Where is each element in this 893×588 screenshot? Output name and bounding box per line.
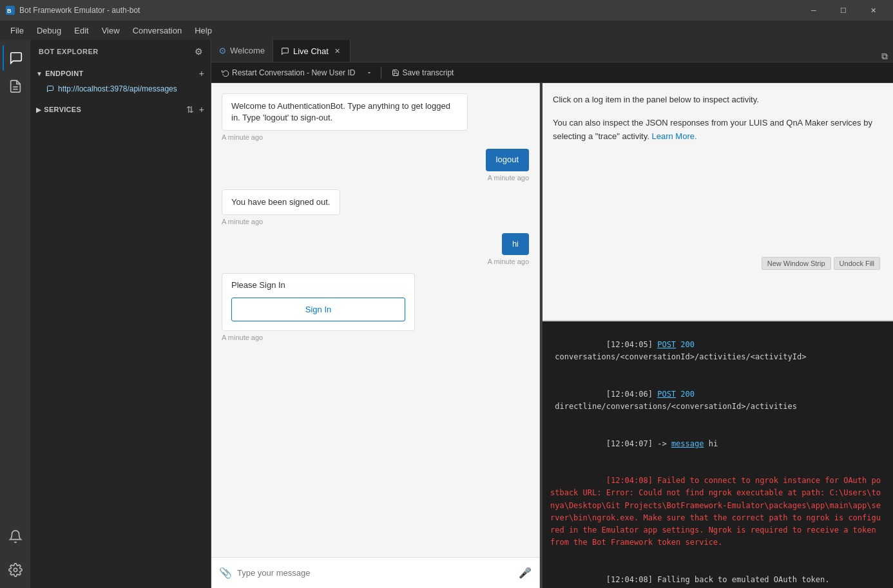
restart-icon — [222, 69, 229, 77]
window-controls: ─ ☐ ✕ — [799, 0, 888, 21]
log-error-text: Failed to connect to ngrok instance for … — [550, 476, 881, 547]
log-line-1: [12:04:05] POST 200 conversations/<conve… — [550, 327, 885, 376]
chat-icon — [46, 85, 54, 93]
explorer-panel: BOT EXPLORER ⚙ ▼ ENDPOINT + http://local… — [31, 40, 211, 588]
live-chat-tab-icon — [281, 47, 289, 55]
attach-icon[interactable]: 📎 — [219, 567, 232, 579]
inspector-window-strip: New Window Strip Undock Fill — [762, 257, 880, 270]
endpoint-label: ENDPOINT — [45, 70, 83, 77]
main-panels: Welcome to AuthenticationBot. Type anyth… — [211, 83, 893, 588]
log-ts-3: [12:04:07] — [606, 439, 657, 448]
toolbar-separator — [381, 67, 381, 79]
restart-dropdown-icon[interactable] — [363, 66, 376, 80]
menu-bar: File Debug Edit View Conversation Help — [0, 21, 893, 40]
welcome-tab-icon: ⊙ — [219, 46, 226, 55]
log-line-4-error: [12:04:08] Failed to connect to ngrok in… — [550, 462, 885, 562]
log-ts-2: [12:04:06] — [606, 390, 657, 399]
message-time-bot-1: A minute ago — [222, 133, 263, 141]
endpoint-section-header[interactable]: ▼ ENDPOINT + — [31, 65, 211, 82]
chat-messages: Welcome to AuthenticationBot. Type anyth… — [211, 83, 539, 557]
log-arrow-3: -> — [657, 439, 671, 448]
log-line-3: [12:04:07] -> message hi — [550, 426, 885, 463]
tab-welcome[interactable]: ⊙ Welcome — [211, 40, 273, 62]
endpoint-url-item[interactable]: http://localhost:3978/api/messages — [31, 82, 211, 96]
menu-help[interactable]: Help — [189, 23, 217, 38]
message-bubble-user-logout: logout — [486, 149, 529, 171]
window-title: Bot Framework Emulator - auth-bot — [19, 6, 140, 15]
message-time-bot-signed-out: A minute ago — [222, 218, 263, 225]
chat-input[interactable] — [237, 568, 514, 578]
menu-conversation[interactable]: Conversation — [128, 23, 187, 38]
message-user-logout: logout A minute ago — [486, 149, 529, 181]
sign-in-button[interactable]: Sign In — [231, 298, 405, 321]
endpoint-section: ▼ ENDPOINT + http://localhost:3978/api/m… — [31, 62, 211, 99]
sidebar-icon-bell[interactable] — [3, 524, 28, 549]
message-bubble-bot-signed-out: You have been signed out. — [222, 189, 340, 215]
log-post-2[interactable]: POST — [657, 390, 676, 399]
log-panel: [12:04:05] POST 200 conversations/<conve… — [543, 321, 893, 588]
log-fallback-text: Falling back to emulated OAuth token. — [657, 575, 829, 584]
log-path-2: directline/conversations/<conversationId… — [550, 402, 797, 411]
undock-fill-button[interactable]: Undock Fill — [834, 257, 880, 270]
inspector-line2: You can also inspect the JSON responses … — [553, 117, 883, 144]
services-chevron-icon: ▶ — [36, 106, 41, 113]
message-bot-1: Welcome to AuthenticationBot. Type anyth… — [222, 93, 468, 141]
log-rest-3: hi — [704, 439, 718, 448]
message-bubble-user-hi: hi — [502, 233, 529, 255]
mic-icon[interactable]: 🎤 — [519, 567, 532, 579]
services-sort-icon[interactable]: ⇅ — [185, 103, 195, 116]
menu-debug[interactable]: Debug — [32, 23, 66, 38]
split-editor-icon[interactable]: ⧉ — [881, 51, 888, 62]
inspector-learn-more-link[interactable]: Learn More. — [652, 131, 697, 141]
services-section: ▶ SERVICES ⇅ + — [31, 99, 211, 120]
menu-edit[interactable]: Edit — [69, 23, 93, 38]
live-chat-tab-close[interactable]: ✕ — [332, 46, 342, 56]
endpoint-add-icon[interactable]: + — [198, 67, 206, 80]
save-icon — [392, 69, 399, 77]
welcome-tab-label: Welcome — [230, 46, 265, 55]
services-section-header[interactable]: ▶ SERVICES ⇅ + — [31, 101, 211, 118]
log-ts-4: [12:04:08] — [606, 476, 657, 485]
maximize-button[interactable]: ☐ — [829, 0, 858, 21]
new-window-strip-button[interactable]: New Window Strip — [762, 257, 831, 270]
menu-view[interactable]: View — [97, 23, 125, 38]
card-header: Please Sign In — [222, 274, 414, 294]
log-msg-link-3[interactable]: message — [671, 439, 704, 448]
right-panel: Click on a log item in the panel below t… — [543, 83, 893, 588]
explorer-header: BOT EXPLORER ⚙ — [31, 40, 211, 62]
log-post-1[interactable]: POST — [657, 340, 676, 349]
message-time-user-logout: A minute ago — [488, 174, 529, 182]
sidebar-icon-chat[interactable] — [3, 45, 28, 71]
minimize-button[interactable]: ─ — [799, 0, 829, 21]
message-bot-signed-out: You have been signed out. A minute ago — [222, 189, 468, 225]
message-time-card: A minute ago — [222, 334, 263, 341]
log-line-2: [12:04:06] POST 200 directline/conversat… — [550, 376, 885, 426]
restart-conversation-button[interactable]: Restart Conversation - New User ID — [216, 66, 360, 79]
explorer-settings-icon[interactable]: ⚙ — [195, 46, 203, 57]
services-add-icon[interactable]: + — [198, 103, 206, 116]
close-button[interactable]: ✕ — [858, 0, 888, 21]
chat-input-bar: 📎 🎤 — [211, 557, 539, 588]
log-200-2[interactable]: 200 — [680, 390, 695, 399]
endpoint-chevron-icon: ▼ — [36, 70, 43, 77]
message-card-sign-in: Please Sign In Sign In A minute ago — [222, 273, 468, 341]
tab-live-chat[interactable]: Live Chat ✕ — [273, 40, 350, 62]
log-ts-1: [12:04:05] — [606, 340, 657, 349]
svg-point-4 — [14, 568, 17, 572]
log-path-1: conversations/<conversationId>/activitie… — [550, 352, 806, 361]
sidebar-icons — [0, 40, 31, 588]
content-area: ⊙ Welcome Live Chat ✕ ⧉ Restart C — [211, 40, 893, 588]
chevron-down-icon — [366, 70, 372, 76]
message-user-hi: hi A minute ago — [488, 233, 529, 265]
live-chat-tab-label: Live Chat — [293, 46, 329, 56]
menu-file[interactable]: File — [5, 23, 29, 38]
sidebar-icon-gear[interactable] — [3, 557, 28, 583]
main-layout: BOT EXPLORER ⚙ ▼ ENDPOINT + http://local… — [0, 40, 893, 588]
tab-bar: ⊙ Welcome Live Chat ✕ ⧉ — [211, 40, 893, 62]
toolbar: Restart Conversation - New User ID Save … — [211, 62, 893, 83]
save-transcript-button[interactable]: Save transcript — [387, 66, 459, 79]
save-transcript-label: Save transcript — [402, 68, 454, 77]
sidebar-icon-document[interactable] — [3, 73, 28, 99]
services-label: SERVICES — [44, 106, 81, 113]
log-200-1[interactable]: 200 — [680, 340, 695, 349]
